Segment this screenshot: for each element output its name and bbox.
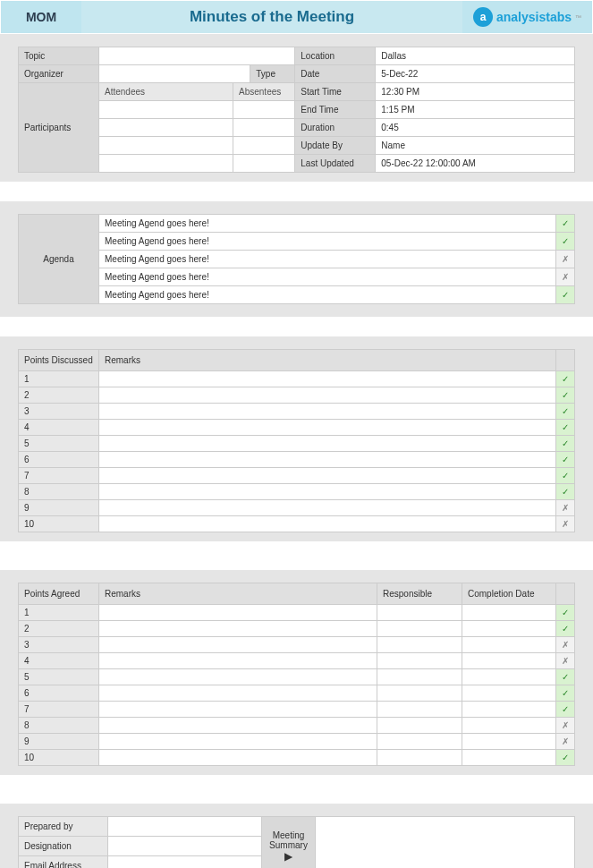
- row-number: 5: [19, 669, 99, 685]
- remarks-cell[interactable]: [99, 436, 556, 452]
- duration-label: Duration: [295, 119, 376, 137]
- row-number: 8: [19, 718, 99, 734]
- responsible-cell[interactable]: [377, 653, 462, 669]
- check-icon: ✓: [556, 371, 575, 387]
- agenda-item[interactable]: Meeting Agend goes here!: [99, 233, 556, 251]
- row-number: 3: [19, 637, 99, 653]
- prepared-by-value[interactable]: [108, 817, 262, 837]
- remarks-cell[interactable]: [99, 702, 377, 718]
- agenda-item[interactable]: Meeting Agend goes here!: [99, 215, 556, 233]
- remarks-cell[interactable]: [99, 734, 377, 750]
- cross-icon: ✗: [556, 251, 575, 268]
- duration-value[interactable]: 0:45: [376, 119, 575, 137]
- remarks-cell[interactable]: [99, 468, 556, 484]
- completion-date-cell[interactable]: [462, 669, 556, 685]
- page-title: Minutes of the Meeting: [81, 1, 462, 33]
- completion-date-cell[interactable]: [462, 621, 556, 637]
- agenda-item[interactable]: Meeting Agend goes here!: [99, 268, 556, 286]
- topic-value[interactable]: [99, 47, 295, 65]
- row-number: 1: [19, 371, 99, 387]
- responsible-cell[interactable]: [377, 621, 462, 637]
- organizer-label: Organizer: [19, 65, 99, 83]
- attendee-cell[interactable]: [99, 155, 233, 173]
- logo: a analysistabs ™: [462, 1, 592, 33]
- remarks-cell[interactable]: [99, 516, 556, 532]
- absentee-cell[interactable]: [233, 119, 295, 137]
- cross-icon: ✗: [556, 734, 575, 750]
- remarks-cell[interactable]: [99, 750, 377, 766]
- completion-date-cell[interactable]: [462, 605, 556, 621]
- remarks-cell[interactable]: [99, 387, 556, 404]
- remarks-cell[interactable]: [99, 685, 377, 702]
- remarks-cell[interactable]: [99, 621, 377, 637]
- remarks-cell[interactable]: [99, 484, 556, 500]
- summary-value[interactable]: [316, 817, 575, 869]
- remarks-header: Remarks: [99, 350, 556, 371]
- meeting-summary-button[interactable]: Meeting Summary ▶: [262, 817, 316, 869]
- last-updated-label: Last Updated: [295, 155, 376, 173]
- remarks-cell[interactable]: [99, 669, 377, 685]
- completion-date-cell[interactable]: [462, 734, 556, 750]
- date-value[interactable]: 5-Dec-22: [376, 65, 575, 83]
- type-label: Type: [250, 65, 295, 83]
- completion-date-cell[interactable]: [462, 685, 556, 702]
- responsible-cell[interactable]: [377, 702, 462, 718]
- points-agreed-table: Points Agreed Remarks Responsible Comple…: [18, 583, 575, 766]
- start-time-value[interactable]: 12:30 PM: [376, 83, 575, 101]
- designation-value[interactable]: [108, 837, 262, 856]
- responsible-cell[interactable]: [377, 669, 462, 685]
- organizer-value[interactable]: [99, 65, 250, 83]
- attendees-label: Attendees: [99, 83, 233, 101]
- end-time-value[interactable]: 1:15 PM: [376, 101, 575, 119]
- date-label: Date: [295, 65, 376, 83]
- absentee-cell[interactable]: [233, 137, 295, 155]
- attendee-cell[interactable]: [99, 137, 233, 155]
- participants-label: Participants: [19, 83, 99, 173]
- remarks-cell[interactable]: [99, 653, 377, 669]
- agenda-table: AgendaMeeting Agend goes here!✓Meeting A…: [18, 214, 575, 304]
- agenda-item[interactable]: Meeting Agend goes here!: [99, 251, 556, 268]
- row-number: 3: [19, 404, 99, 420]
- check-icon: ✓: [556, 484, 575, 500]
- row-number: 4: [19, 653, 99, 669]
- logo-tm: ™: [575, 14, 581, 21]
- update-by-value[interactable]: Name: [376, 137, 575, 155]
- remarks-cell[interactable]: [99, 371, 556, 387]
- attendee-cell[interactable]: [99, 101, 233, 119]
- remarks-cell[interactable]: [99, 605, 377, 621]
- check-icon: ✓: [556, 468, 575, 484]
- location-value[interactable]: Dallas: [376, 47, 575, 65]
- row-number: 6: [19, 685, 99, 702]
- remarks-cell[interactable]: [99, 452, 556, 468]
- remarks-cell[interactable]: [99, 404, 556, 420]
- header-bar: MOM Minutes of the Meeting a analysistab…: [0, 0, 593, 34]
- responsible-cell[interactable]: [377, 605, 462, 621]
- agenda-item[interactable]: Meeting Agend goes here!: [99, 286, 556, 304]
- completion-date-cell[interactable]: [462, 718, 556, 734]
- remarks-cell[interactable]: [99, 637, 377, 653]
- check-icon: ✓: [556, 233, 575, 251]
- agenda-label: Agenda: [19, 215, 99, 304]
- completion-date-cell[interactable]: [462, 653, 556, 669]
- cross-icon: ✗: [556, 516, 575, 532]
- agenda-section: AgendaMeeting Agend goes here!✓Meeting A…: [0, 201, 593, 317]
- attendee-cell[interactable]: [99, 119, 233, 137]
- responsible-cell[interactable]: [377, 734, 462, 750]
- cross-icon: ✗: [556, 637, 575, 653]
- remarks-cell[interactable]: [99, 500, 556, 516]
- absentee-cell[interactable]: [233, 101, 295, 119]
- responsible-cell[interactable]: [377, 685, 462, 702]
- absentee-cell[interactable]: [233, 155, 295, 173]
- responsible-cell[interactable]: [377, 637, 462, 653]
- completion-date-cell[interactable]: [462, 750, 556, 766]
- responsible-cell[interactable]: [377, 718, 462, 734]
- email-value[interactable]: [108, 856, 262, 869]
- row-number: 2: [19, 621, 99, 637]
- responsible-cell[interactable]: [377, 750, 462, 766]
- completion-date-cell[interactable]: [462, 702, 556, 718]
- last-updated-value[interactable]: 05-Dec-22 12:00:00 AM: [376, 155, 575, 173]
- remarks-cell[interactable]: [99, 420, 556, 436]
- remarks-cell[interactable]: [99, 718, 377, 734]
- completion-date-cell[interactable]: [462, 637, 556, 653]
- responsible-header: Responsible: [377, 583, 462, 605]
